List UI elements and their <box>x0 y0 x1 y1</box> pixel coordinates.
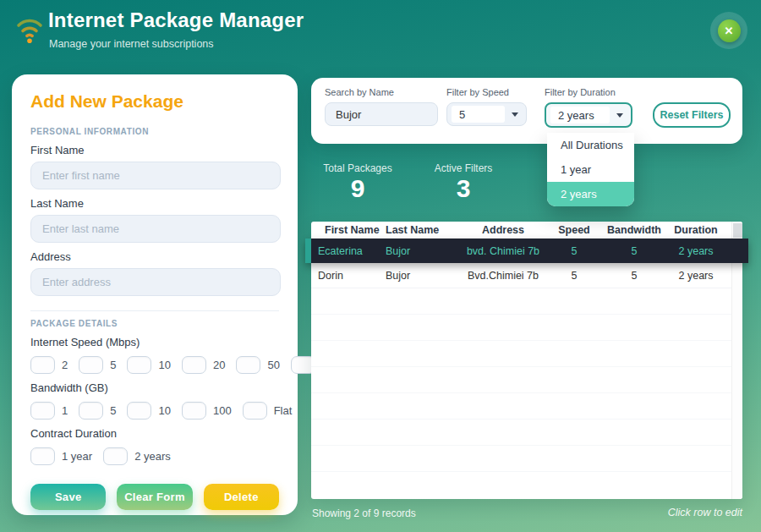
bandwidth-options-row: 1 5 10 100 Flat <box>30 402 279 420</box>
active-filters-label: Active Filters <box>417 162 510 174</box>
total-packages-label: Total Packages <box>311 162 404 174</box>
records-count-text: Showing 2 of 9 records <box>312 507 416 519</box>
table-scrollbar[interactable] <box>731 222 742 499</box>
stats-row: Total Packages 9 Active Filters 3 <box>311 162 510 204</box>
cell-bandwidth: 5 <box>597 245 671 257</box>
active-filters-value: 3 <box>417 174 510 204</box>
active-filters-stat: Active Filters 3 <box>417 162 510 204</box>
total-packages-stat: Total Packages 9 <box>311 162 404 204</box>
speed-20-label: 20 <box>213 359 225 371</box>
form-divider <box>30 310 279 311</box>
cell-address: Bvd.Chimiei 7b <box>455 270 551 282</box>
click-row-hint-text: Click row to edit <box>668 507 742 518</box>
col-speed: Speed <box>551 224 597 236</box>
speed-50-label: 50 <box>267 359 279 371</box>
app-window: Internet Package Manager Manage your int… <box>0 0 761 532</box>
address-label: Address <box>30 250 279 263</box>
personal-information-section-label: PERSONAL INFORMATION <box>30 127 279 136</box>
cell-duration: 2 years <box>671 245 742 257</box>
search-by-name-label: Search by Name <box>325 87 438 97</box>
col-bandwidth: Bandwidth <box>597 224 671 236</box>
col-last-name: Last Name <box>386 224 455 236</box>
empty-table-row <box>311 420 742 446</box>
filter-bar: Search by Name Filter by Speed 5 Filter … <box>311 78 742 144</box>
empty-table-row <box>311 341 742 367</box>
clear-form-button[interactable]: Clear Form <box>117 484 192 510</box>
package-details-section-label: PACKAGE DETAILS <box>30 319 279 328</box>
close-button-halo: ✕ <box>710 12 747 49</box>
dropdown-option-all-durations[interactable]: All Durations <box>547 133 634 157</box>
dropdown-option-2-years[interactable]: 2 years <box>547 182 634 206</box>
bandwidth-5-checkbox[interactable] <box>79 402 103 420</box>
empty-table-row <box>311 315 742 341</box>
duration-2years-checkbox[interactable] <box>103 447 128 465</box>
page-title: Internet Package Manager <box>48 8 304 32</box>
duration-filter-select[interactable]: 2 years <box>545 102 632 128</box>
filter-by-duration-label: Filter by Duration <box>545 87 632 97</box>
speed-filter-value: 5 <box>452 106 505 123</box>
empty-table-row <box>311 367 742 393</box>
duration-dropdown-menu: All Durations 1 year 2 years <box>547 133 634 206</box>
table-row-ecaterina[interactable]: Ecaterina Bujor bvd. Chimiei 7b 5 5 2 ye… <box>305 239 748 263</box>
cell-speed: 5 <box>551 270 597 282</box>
address-field[interactable] <box>30 268 281 296</box>
duration-1year-checkbox[interactable] <box>30 447 55 465</box>
save-button[interactable]: Save <box>30 484 106 510</box>
speed-filter-select[interactable]: 5 <box>446 102 527 126</box>
bandwidth-flat-checkbox[interactable] <box>243 402 267 420</box>
cell-last-name: Bujor <box>386 270 455 282</box>
speed-2-checkbox[interactable] <box>30 356 55 374</box>
form-buttons-row: Save Clear Form Delete <box>30 484 279 510</box>
duration-2years-label: 2 years <box>134 450 171 463</box>
duration-options-row: 1 year 2 years <box>30 447 279 465</box>
last-name-field[interactable] <box>30 215 281 243</box>
wifi-icon <box>13 8 47 46</box>
speed-50-checkbox[interactable] <box>236 356 260 374</box>
bandwidth-10-label: 10 <box>158 404 170 417</box>
empty-table-row <box>311 446 742 472</box>
duration-filter-value: 2 years <box>550 107 610 123</box>
delete-button[interactable]: Delete <box>204 484 279 510</box>
close-icon[interactable]: ✕ <box>718 19 741 42</box>
speed-5-checkbox[interactable] <box>79 356 103 374</box>
bandwidth-label: Bandwidth (GB) <box>30 381 279 394</box>
bandwidth-100-checkbox[interactable] <box>182 402 206 420</box>
cell-address: bvd. Chimiei 7b <box>455 245 551 257</box>
bandwidth-5-label: 5 <box>110 404 116 417</box>
col-address: Address <box>455 224 551 236</box>
chevron-down-icon <box>616 113 623 118</box>
cell-first-name: Ecaterina <box>311 245 386 257</box>
bandwidth-100-label: 100 <box>213 404 232 417</box>
internet-speed-label: Internet Speed (Mbps) <box>30 336 279 348</box>
scrollbar-thumb[interactable] <box>733 223 742 238</box>
reset-filters-button[interactable]: Reset Filters <box>653 102 731 128</box>
table-row-dorin[interactable]: Dorin Bujor Bvd.Chimiei 7b 5 5 2 years <box>311 263 742 288</box>
speed-5-label: 5 <box>110 359 116 371</box>
speed-10-checkbox[interactable] <box>127 356 151 374</box>
bandwidth-flat-label: Flat <box>274 404 293 417</box>
dropdown-option-1-year[interactable]: 1 year <box>547 157 634 182</box>
duration-1year-label: 1 year <box>62 450 92 463</box>
empty-table-row <box>311 393 742 420</box>
page-subtitle: Manage your internet subscriptions <box>49 38 214 50</box>
cell-speed: 5 <box>551 245 597 257</box>
contract-duration-label: Contract Duration <box>30 427 279 440</box>
bandwidth-1-label: 1 <box>62 404 68 417</box>
table-header-row: First Name Last Name Address Speed Bandw… <box>311 222 742 239</box>
speed-20-checkbox[interactable] <box>182 356 206 374</box>
empty-table-row <box>311 288 742 315</box>
cell-first-name: Dorin <box>311 270 386 282</box>
packages-table: First Name Last Name Address Speed Bandw… <box>311 222 742 499</box>
cell-bandwidth: 5 <box>597 270 671 282</box>
speed-10-label: 10 <box>158 359 170 371</box>
search-input[interactable] <box>325 102 438 126</box>
bandwidth-1-checkbox[interactable] <box>30 402 55 420</box>
add-package-panel: Add New Package PERSONAL INFORMATION Fir… <box>12 74 298 515</box>
col-first-name: First Name <box>311 224 386 236</box>
total-packages-value: 9 <box>311 174 404 204</box>
speed-2-label: 2 <box>62 359 68 371</box>
first-name-field[interactable] <box>30 162 281 189</box>
bandwidth-10-checkbox[interactable] <box>127 402 151 420</box>
filter-by-speed-label: Filter by Speed <box>446 87 527 97</box>
speed-options-row: 2 5 10 20 50 ... <box>30 356 279 374</box>
